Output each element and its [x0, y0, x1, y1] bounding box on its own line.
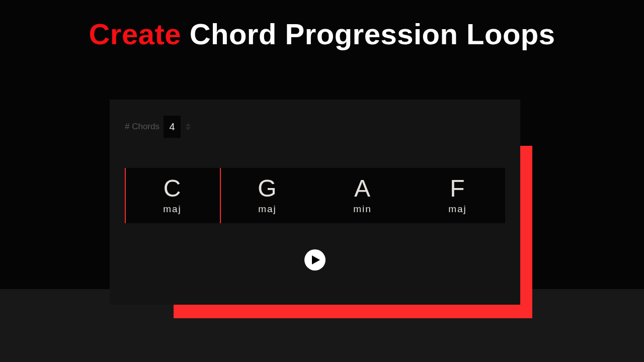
selection-marker-left — [125, 168, 126, 223]
selection-marker-right — [220, 168, 221, 223]
chord-count-control: # Chords 4 — [125, 116, 505, 138]
chord-quality: min — [353, 204, 372, 215]
chord-quality: maj — [448, 204, 467, 215]
chord-root: A — [354, 176, 371, 201]
chord-count-label: # Chords — [125, 122, 159, 132]
chord-count-stepper[interactable] — [186, 123, 191, 130]
play-button[interactable] — [304, 249, 326, 270]
chord-panel-container: # Chords 4 CmajGmajAminFmaj — [110, 100, 520, 305]
title-accent-word: Create — [89, 18, 181, 50]
chevron-down-icon — [186, 127, 191, 130]
chord-cell[interactable]: Gmaj — [220, 168, 315, 223]
chord-cell[interactable]: Fmaj — [410, 168, 505, 223]
play-icon — [312, 255, 320, 264]
page-title: Create Chord Progression Loops — [0, 0, 644, 52]
chord-root: C — [164, 176, 182, 201]
chord-quality: maj — [258, 204, 277, 215]
title-rest: Chord Progression Loops — [181, 18, 555, 50]
chord-root: F — [450, 176, 465, 201]
chevron-up-icon — [186, 123, 191, 126]
chord-cell[interactable]: Cmaj — [125, 168, 220, 223]
chord-root: G — [258, 176, 277, 201]
chord-cell[interactable]: Amin — [315, 168, 410, 223]
chord-count-value: 4 — [169, 121, 175, 133]
play-button-container — [125, 249, 505, 270]
chord-progression-row: CmajGmajAminFmaj — [125, 168, 505, 223]
chord-panel: # Chords 4 CmajGmajAminFmaj — [110, 100, 520, 305]
chord-quality: maj — [163, 204, 182, 215]
chord-count-value-box[interactable]: 4 — [164, 116, 181, 138]
